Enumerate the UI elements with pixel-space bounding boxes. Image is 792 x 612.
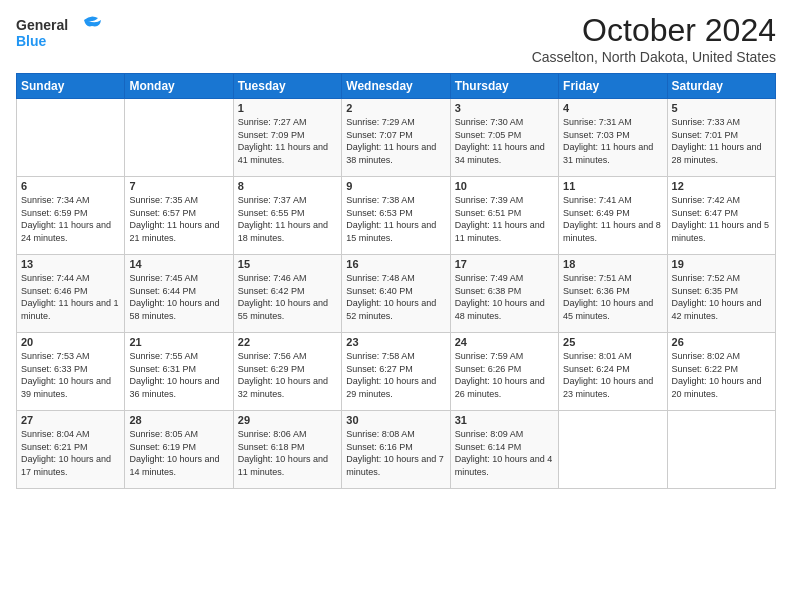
svg-text:General: General: [16, 17, 68, 33]
day-number: 2: [346, 102, 445, 114]
day-number: 6: [21, 180, 120, 192]
day-number: 23: [346, 336, 445, 348]
table-row: 4Sunrise: 7:31 AM Sunset: 7:03 PM Daylig…: [559, 99, 667, 177]
cell-content: Sunrise: 8:06 AM Sunset: 6:18 PM Dayligh…: [238, 428, 337, 478]
cell-content: Sunrise: 7:29 AM Sunset: 7:07 PM Dayligh…: [346, 116, 445, 166]
day-number: 26: [672, 336, 771, 348]
day-number: 29: [238, 414, 337, 426]
day-number: 30: [346, 414, 445, 426]
table-row: 21Sunrise: 7:55 AM Sunset: 6:31 PM Dayli…: [125, 333, 233, 411]
col-friday: Friday: [559, 74, 667, 99]
table-row: 29Sunrise: 8:06 AM Sunset: 6:18 PM Dayli…: [233, 411, 341, 489]
day-number: 12: [672, 180, 771, 192]
day-number: 24: [455, 336, 554, 348]
table-row: 30Sunrise: 8:08 AM Sunset: 6:16 PM Dayli…: [342, 411, 450, 489]
cell-content: Sunrise: 7:34 AM Sunset: 6:59 PM Dayligh…: [21, 194, 120, 244]
cell-content: Sunrise: 7:52 AM Sunset: 6:35 PM Dayligh…: [672, 272, 771, 322]
table-row: 2Sunrise: 7:29 AM Sunset: 7:07 PM Daylig…: [342, 99, 450, 177]
day-number: 7: [129, 180, 228, 192]
day-number: 15: [238, 258, 337, 270]
cell-content: Sunrise: 7:33 AM Sunset: 7:01 PM Dayligh…: [672, 116, 771, 166]
cell-content: Sunrise: 7:56 AM Sunset: 6:29 PM Dayligh…: [238, 350, 337, 400]
day-number: 28: [129, 414, 228, 426]
day-number: 27: [21, 414, 120, 426]
cell-content: Sunrise: 7:53 AM Sunset: 6:33 PM Dayligh…: [21, 350, 120, 400]
day-number: 10: [455, 180, 554, 192]
table-row: 6Sunrise: 7:34 AM Sunset: 6:59 PM Daylig…: [17, 177, 125, 255]
header-row: Sunday Monday Tuesday Wednesday Thursday…: [17, 74, 776, 99]
day-number: 21: [129, 336, 228, 348]
cell-content: Sunrise: 7:55 AM Sunset: 6:31 PM Dayligh…: [129, 350, 228, 400]
cell-content: Sunrise: 7:44 AM Sunset: 6:46 PM Dayligh…: [21, 272, 120, 322]
table-row: 11Sunrise: 7:41 AM Sunset: 6:49 PM Dayli…: [559, 177, 667, 255]
cell-content: Sunrise: 7:31 AM Sunset: 7:03 PM Dayligh…: [563, 116, 662, 166]
table-row: 27Sunrise: 8:04 AM Sunset: 6:21 PM Dayli…: [17, 411, 125, 489]
cell-content: Sunrise: 7:48 AM Sunset: 6:40 PM Dayligh…: [346, 272, 445, 322]
table-row: 31Sunrise: 8:09 AM Sunset: 6:14 PM Dayli…: [450, 411, 558, 489]
table-row: [667, 411, 775, 489]
table-row: [125, 99, 233, 177]
svg-text:Blue: Blue: [16, 33, 47, 49]
cell-content: Sunrise: 7:58 AM Sunset: 6:27 PM Dayligh…: [346, 350, 445, 400]
table-row: 26Sunrise: 8:02 AM Sunset: 6:22 PM Dayli…: [667, 333, 775, 411]
header: General Blue October 2024 Casselton, Nor…: [16, 12, 776, 65]
table-row: 23Sunrise: 7:58 AM Sunset: 6:27 PM Dayli…: [342, 333, 450, 411]
calendar-page: General Blue October 2024 Casselton, Nor…: [0, 0, 792, 612]
table-row: 28Sunrise: 8:05 AM Sunset: 6:19 PM Dayli…: [125, 411, 233, 489]
cell-content: Sunrise: 7:30 AM Sunset: 7:05 PM Dayligh…: [455, 116, 554, 166]
table-row: 18Sunrise: 7:51 AM Sunset: 6:36 PM Dayli…: [559, 255, 667, 333]
col-saturday: Saturday: [667, 74, 775, 99]
table-row: 24Sunrise: 7:59 AM Sunset: 6:26 PM Dayli…: [450, 333, 558, 411]
day-number: 19: [672, 258, 771, 270]
calendar-row: 1Sunrise: 7:27 AM Sunset: 7:09 PM Daylig…: [17, 99, 776, 177]
location: Casselton, North Dakota, United States: [532, 49, 776, 65]
table-row: 3Sunrise: 7:30 AM Sunset: 7:05 PM Daylig…: [450, 99, 558, 177]
table-row: 5Sunrise: 7:33 AM Sunset: 7:01 PM Daylig…: [667, 99, 775, 177]
cell-content: Sunrise: 7:39 AM Sunset: 6:51 PM Dayligh…: [455, 194, 554, 244]
month-title: October 2024: [532, 12, 776, 49]
col-sunday: Sunday: [17, 74, 125, 99]
day-number: 9: [346, 180, 445, 192]
table-row: 13Sunrise: 7:44 AM Sunset: 6:46 PM Dayli…: [17, 255, 125, 333]
table-row: [17, 99, 125, 177]
day-number: 31: [455, 414, 554, 426]
table-row: 7Sunrise: 7:35 AM Sunset: 6:57 PM Daylig…: [125, 177, 233, 255]
calendar-table: Sunday Monday Tuesday Wednesday Thursday…: [16, 73, 776, 489]
calendar-row: 6Sunrise: 7:34 AM Sunset: 6:59 PM Daylig…: [17, 177, 776, 255]
col-monday: Monday: [125, 74, 233, 99]
cell-content: Sunrise: 7:59 AM Sunset: 6:26 PM Dayligh…: [455, 350, 554, 400]
cell-content: Sunrise: 8:04 AM Sunset: 6:21 PM Dayligh…: [21, 428, 120, 478]
table-row: 19Sunrise: 7:52 AM Sunset: 6:35 PM Dayli…: [667, 255, 775, 333]
cell-content: Sunrise: 7:35 AM Sunset: 6:57 PM Dayligh…: [129, 194, 228, 244]
cell-content: Sunrise: 7:41 AM Sunset: 6:49 PM Dayligh…: [563, 194, 662, 244]
logo: General Blue: [16, 12, 106, 58]
cell-content: Sunrise: 7:27 AM Sunset: 7:09 PM Dayligh…: [238, 116, 337, 166]
table-row: 15Sunrise: 7:46 AM Sunset: 6:42 PM Dayli…: [233, 255, 341, 333]
table-row: 9Sunrise: 7:38 AM Sunset: 6:53 PM Daylig…: [342, 177, 450, 255]
calendar-row: 27Sunrise: 8:04 AM Sunset: 6:21 PM Dayli…: [17, 411, 776, 489]
table-row: 25Sunrise: 8:01 AM Sunset: 6:24 PM Dayli…: [559, 333, 667, 411]
cell-content: Sunrise: 7:38 AM Sunset: 6:53 PM Dayligh…: [346, 194, 445, 244]
cell-content: Sunrise: 7:45 AM Sunset: 6:44 PM Dayligh…: [129, 272, 228, 322]
day-number: 5: [672, 102, 771, 114]
day-number: 20: [21, 336, 120, 348]
cell-content: Sunrise: 7:49 AM Sunset: 6:38 PM Dayligh…: [455, 272, 554, 322]
cell-content: Sunrise: 7:37 AM Sunset: 6:55 PM Dayligh…: [238, 194, 337, 244]
day-number: 13: [21, 258, 120, 270]
cell-content: Sunrise: 8:09 AM Sunset: 6:14 PM Dayligh…: [455, 428, 554, 478]
logo-text: General Blue: [16, 12, 106, 58]
day-number: 14: [129, 258, 228, 270]
cell-content: Sunrise: 7:42 AM Sunset: 6:47 PM Dayligh…: [672, 194, 771, 244]
calendar-row: 13Sunrise: 7:44 AM Sunset: 6:46 PM Dayli…: [17, 255, 776, 333]
day-number: 25: [563, 336, 662, 348]
table-row: 22Sunrise: 7:56 AM Sunset: 6:29 PM Dayli…: [233, 333, 341, 411]
day-number: 11: [563, 180, 662, 192]
table-row: 17Sunrise: 7:49 AM Sunset: 6:38 PM Dayli…: [450, 255, 558, 333]
cell-content: Sunrise: 8:05 AM Sunset: 6:19 PM Dayligh…: [129, 428, 228, 478]
col-tuesday: Tuesday: [233, 74, 341, 99]
table-row: 12Sunrise: 7:42 AM Sunset: 6:47 PM Dayli…: [667, 177, 775, 255]
day-number: 3: [455, 102, 554, 114]
table-row: 10Sunrise: 7:39 AM Sunset: 6:51 PM Dayli…: [450, 177, 558, 255]
day-number: 1: [238, 102, 337, 114]
col-thursday: Thursday: [450, 74, 558, 99]
